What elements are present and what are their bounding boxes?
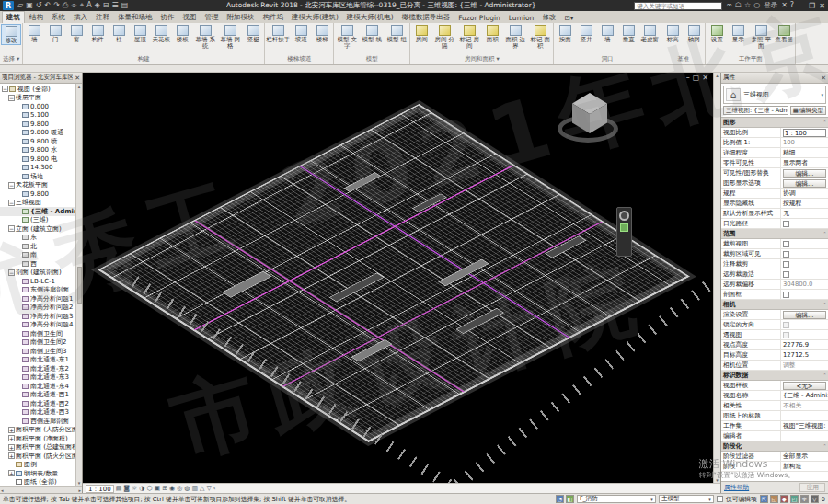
ribbon-tab-3[interactable]: 系统 <box>48 12 69 23</box>
select-by-face-icon[interactable]: ◰ <box>790 495 799 503</box>
detail-level-icon[interactable]: ▤ <box>116 485 122 493</box>
ribbon-button[interactable]: 标记 面积 <box>528 24 552 50</box>
select-underlay-icon[interactable]: ◱ <box>770 495 778 503</box>
property-value[interactable]: {三维 - Administ... <box>781 391 828 400</box>
property-group-header[interactable]: 标识数据ˆ <box>721 371 828 381</box>
profile-icon[interactable]: ○ <box>753 1 760 10</box>
more-icon[interactable]: ‹ <box>213 485 216 493</box>
tree-item[interactable]: −9.800 喷 <box>0 137 75 146</box>
property-group-header[interactable]: 阶段化ˆ <box>721 441 828 452</box>
steering-wheel-icon[interactable] <box>619 211 629 221</box>
tree-item[interactable]: −14.300 <box>0 164 75 173</box>
ribbon-button[interactable]: 模型 组 <box>385 24 408 43</box>
ribbon-button[interactable]: 栏杆扶手 <box>266 24 290 43</box>
ribbon-button[interactable]: 修改 <box>1 24 21 45</box>
worksets-icon[interactable]: ◔ <box>556 495 564 503</box>
tree-item[interactable]: +面积平面 (防火分区面积) <box>0 452 75 461</box>
view-scale-button[interactable]: 1 : 100 <box>86 485 114 493</box>
property-value[interactable]: 视图“三维视图: {... <box>781 421 828 430</box>
ribbon-button[interactable]: 构件 <box>87 24 108 43</box>
render-icon[interactable]: ⬡ <box>146 485 152 493</box>
ribbon-button[interactable]: 按面 <box>555 24 575 43</box>
properties-header[interactable]: 属性 ✕ <box>721 73 828 84</box>
tree-item[interactable]: −南侧卫生间2 <box>0 338 75 348</box>
ribbon-button[interactable]: 竖梃 <box>243 24 263 43</box>
tree-item[interactable]: −图纸 (全部) <box>0 478 75 487</box>
filter-icon[interactable]: ▽ <box>811 495 819 503</box>
expand-icon[interactable]: + <box>8 427 15 433</box>
open-icon[interactable]: ▱ <box>17 1 23 10</box>
ribbon-button[interactable]: 门 <box>45 24 65 43</box>
ribbon-button[interactable]: 楼梯 <box>312 24 332 43</box>
ribbon-button[interactable]: 模型 文字 <box>335 24 359 50</box>
crop-view-icon[interactable]: ▣ <box>155 485 161 493</box>
restore-button[interactable]: ❐ <box>809 2 815 10</box>
visual-style-icon[interactable]: ◙ <box>123 485 130 493</box>
tree-item[interactable]: −东侧连廊剖面 <box>0 286 75 295</box>
tree-item[interactable]: −南北通道-东4 <box>0 382 75 391</box>
help-icon[interactable]: ? <box>790 1 794 10</box>
ribbon-button[interactable]: 标记 房间 <box>457 24 481 50</box>
tree-item[interactable]: −LB-LC-1 <box>0 277 75 286</box>
collapse-icon[interactable]: − <box>8 95 15 101</box>
tree-item[interactable]: −南北通道-东1 <box>0 356 75 365</box>
tree-item[interactable]: −9.800 <box>0 120 75 129</box>
property-value[interactable]: 按规程 <box>781 199 828 208</box>
expand-icon[interactable]: + <box>8 470 15 476</box>
tree-item[interactable]: −东 <box>0 234 75 243</box>
ribbon-tab-10[interactable]: 附加模块 <box>224 12 259 23</box>
section-icon[interactable]: ⊟ <box>103 1 109 10</box>
user-interface-icon[interactable]: ▤ <box>121 1 129 10</box>
project-browser-hscrollbar[interactable]: ◂▸ <box>0 486 82 493</box>
lock-3d-view-icon[interactable]: ◉ <box>169 485 175 493</box>
ribbon-tab-15[interactable]: Fuzor Plugin <box>454 13 504 23</box>
ribbon-button[interactable]: 屋顶 <box>130 24 150 43</box>
ribbon-button[interactable]: 垂直 <box>618 24 638 43</box>
instance-combo[interactable]: 三维视图: {三维 - Adn▾ <box>723 106 788 115</box>
sync-icon[interactable]: ↺ <box>36 1 42 10</box>
print-icon[interactable]: ⎙ <box>63 1 68 10</box>
ribbon-button[interactable]: 面积 <box>482 24 502 43</box>
ribbon-button[interactable]: 幕墙 网格 <box>218 24 242 50</box>
tree-item[interactable]: −9.800 电 <box>0 155 75 164</box>
active-workset-dropdown[interactable]: F_消防▾ <box>577 495 656 503</box>
collapse-icon[interactable]: − <box>8 182 15 189</box>
view-cube[interactable] <box>555 91 625 155</box>
property-checkbox[interactable] <box>783 251 789 258</box>
analytical-model-icon[interactable]: △ <box>200 485 204 493</box>
exchange-apps-icon[interactable]: ✕ <box>781 1 788 10</box>
tree-item[interactable]: −南侧卫生间3 <box>0 347 75 356</box>
tree-item[interactable]: −西侧连廊剖面 <box>0 417 75 426</box>
ribbon-tab-1[interactable]: 建筑 <box>2 11 25 23</box>
editing-requests-icon[interactable]: ◧ <box>566 495 574 503</box>
ribbon-button[interactable]: 竖井 <box>576 24 596 43</box>
tree-item[interactable]: −三维视图 <box>0 199 75 208</box>
design-option-dropdown[interactable]: 主模型▾ <box>659 495 714 503</box>
ribbon-button[interactable]: 轴网 <box>684 24 704 43</box>
tree-item[interactable]: −9.800 <box>0 189 75 199</box>
ribbon-button[interactable]: 窗 <box>66 24 86 43</box>
property-group-header[interactable]: 图形ˆ <box>721 118 828 128</box>
tree-item[interactable]: −南侧卫生间 <box>0 329 75 338</box>
property-edit-button[interactable]: 编辑... <box>783 179 826 188</box>
measure-icon[interactable]: ⌯ <box>71 1 76 10</box>
close-button[interactable]: ✕ <box>819 2 825 10</box>
ribbon-tab-9[interactable]: 管理 <box>201 12 223 23</box>
project-browser-vscrollbar[interactable]: ▴▾ <box>75 84 82 486</box>
ribbon-button[interactable]: 设置 <box>707 24 727 43</box>
expand-icon[interactable]: + <box>8 444 15 451</box>
property-value[interactable]: 协调 <box>781 189 828 198</box>
property-value[interactable]: 不相关 <box>781 401 828 410</box>
property-edit-button[interactable]: 编辑... <box>783 311 826 319</box>
property-value[interactable]: 全部显示 <box>781 452 828 461</box>
tree-item[interactable]: −南 <box>0 251 75 260</box>
property-value[interactable]: 22776.9 <box>781 341 828 349</box>
constraints-icon[interactable]: ▽ <box>206 485 211 493</box>
collapse-icon[interactable]: − <box>8 269 15 276</box>
select-pinned-icon[interactable]: ◆ <box>780 495 788 503</box>
ribbon-button[interactable]: 柱 <box>109 24 129 43</box>
apply-button[interactable]: 应用 <box>799 483 825 492</box>
property-value-field[interactable]: 1 : 100 <box>783 129 826 137</box>
ribbon-button[interactable]: 标高 <box>662 24 683 43</box>
revit-logo-icon[interactable]: R <box>3 1 14 10</box>
